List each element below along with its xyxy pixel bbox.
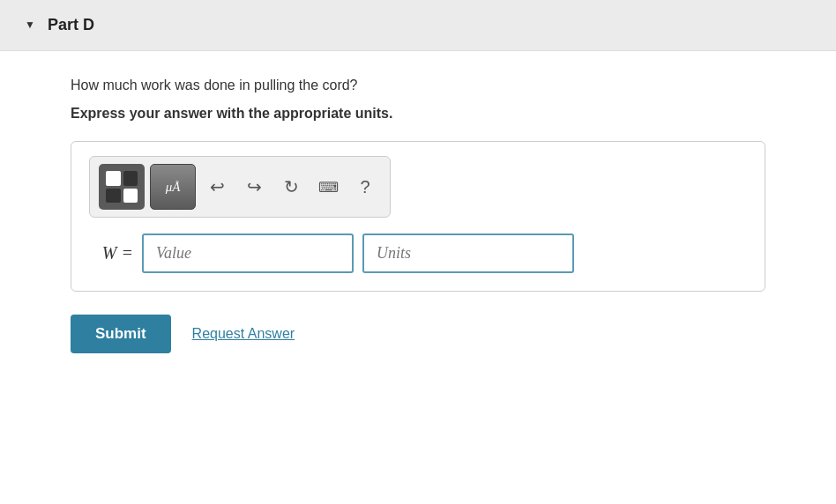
- content-area: How much work was done in pulling the co…: [0, 51, 836, 389]
- input-row: W =: [89, 233, 747, 273]
- help-button[interactable]: ?: [349, 171, 381, 203]
- grid-button[interactable]: [99, 164, 145, 210]
- keyboard-button[interactable]: ⌨: [312, 171, 344, 203]
- units-input[interactable]: [362, 233, 574, 273]
- part-header: ▼ Part D: [0, 0, 836, 51]
- mu-label: μÅ: [166, 180, 181, 195]
- redo-button[interactable]: ↪: [238, 171, 270, 203]
- action-row: Submit Request Answer: [71, 315, 765, 353]
- mu-button[interactable]: μÅ: [150, 164, 196, 210]
- grid-cell-3: [106, 189, 121, 204]
- refresh-button[interactable]: ↻: [275, 171, 307, 203]
- question-text: How much work was done in pulling the co…: [71, 78, 765, 93]
- request-answer-link[interactable]: Request Answer: [192, 326, 295, 342]
- grid-cell-2: [123, 171, 138, 186]
- chevron-down-icon[interactable]: ▼: [25, 19, 35, 32]
- grid-cell-1: [106, 171, 121, 186]
- undo-button[interactable]: ↩: [201, 171, 233, 203]
- equation-label: W =: [89, 243, 133, 263]
- instruction-text: Express your answer with the appropriate…: [71, 106, 765, 122]
- value-input[interactable]: [142, 233, 354, 273]
- grid-cell-4: [123, 189, 138, 204]
- submit-button[interactable]: Submit: [71, 315, 171, 353]
- part-title: Part D: [48, 16, 94, 34]
- answer-box: μÅ ↩ ↪ ↻ ⌨ ? W =: [71, 141, 765, 292]
- toolbar: μÅ ↩ ↪ ↻ ⌨ ?: [89, 156, 391, 218]
- page-container: ▼ Part D How much work was done in pulli…: [0, 0, 836, 504]
